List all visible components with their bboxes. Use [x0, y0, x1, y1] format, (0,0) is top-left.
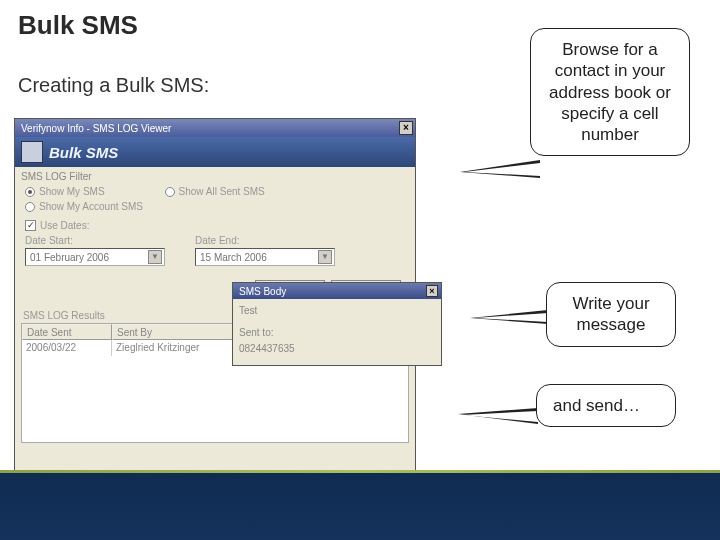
close-icon[interactable]: ×: [399, 121, 413, 135]
col-sent-by[interactable]: Sent By: [112, 324, 242, 340]
radio-label: Show My SMS: [39, 186, 105, 197]
radio-show-all-sms[interactable]: Show All Sent SMS: [165, 186, 265, 197]
window-titlebar: Verifynow Info - SMS LOG Viewer ×: [15, 119, 415, 137]
radio-label: Show My Account SMS: [39, 201, 143, 212]
radio-label: Show All Sent SMS: [179, 186, 265, 197]
popup-body-text: Test: [239, 303, 435, 319]
callout-send: and send…: [536, 384, 676, 427]
use-dates-checkbox[interactable]: ✓ Use Dates:: [25, 220, 405, 231]
callout-tail: [460, 160, 540, 178]
slide-title: Bulk SMS: [18, 10, 138, 41]
popup-titlebar: SMS Body ×: [233, 283, 441, 299]
phone-icon: [21, 141, 43, 163]
radio-icon: [165, 187, 175, 197]
callout-tail: [458, 408, 538, 424]
popup-sent-to-label: Sent to:: [239, 325, 435, 341]
radio-show-account-sms[interactable]: Show My Account SMS: [25, 201, 143, 212]
banner-text: Bulk SMS: [49, 144, 118, 161]
checkbox-label: Use Dates:: [40, 220, 89, 231]
callout-browse: Browse for a contact in your address boo…: [530, 28, 690, 156]
date-start-input[interactable]: 01 February 2006 ▼: [25, 248, 165, 266]
date-start-label: Date Start:: [25, 235, 165, 246]
checkbox-icon: ✓: [25, 220, 36, 231]
filter-label: SMS LOG Filter: [15, 167, 415, 184]
date-end-input[interactable]: 15 March 2006 ▼: [195, 248, 335, 266]
chevron-down-icon[interactable]: ▼: [318, 250, 332, 264]
radio-icon: [25, 187, 35, 197]
callout-write: Write your message: [546, 282, 676, 347]
date-start-value: 01 February 2006: [30, 252, 109, 263]
callout-tail: [470, 310, 548, 324]
window-title: Verifynow Info - SMS LOG Viewer: [21, 123, 171, 134]
radio-show-my-sms[interactable]: Show My SMS: [25, 186, 105, 197]
cell-sentby: Zieglried Kritzinger: [112, 340, 242, 356]
radio-icon: [25, 202, 35, 212]
date-end-label: Date End:: [195, 235, 335, 246]
slide-subtitle: Creating a Bulk SMS:: [18, 74, 209, 97]
sms-body-popup: SMS Body × Test Sent to: 0824437635: [232, 282, 442, 366]
col-date-sent[interactable]: Date Sent: [22, 324, 112, 340]
date-end-value: 15 March 2006: [200, 252, 267, 263]
slide-footer: [0, 470, 720, 540]
chevron-down-icon[interactable]: ▼: [148, 250, 162, 264]
window-banner: Bulk SMS: [15, 137, 415, 167]
cell-date: 2006/03/22: [22, 340, 112, 356]
popup-sent-to-value: 0824437635: [239, 341, 435, 357]
close-icon[interactable]: ×: [426, 285, 438, 297]
popup-title: SMS Body: [239, 286, 286, 297]
